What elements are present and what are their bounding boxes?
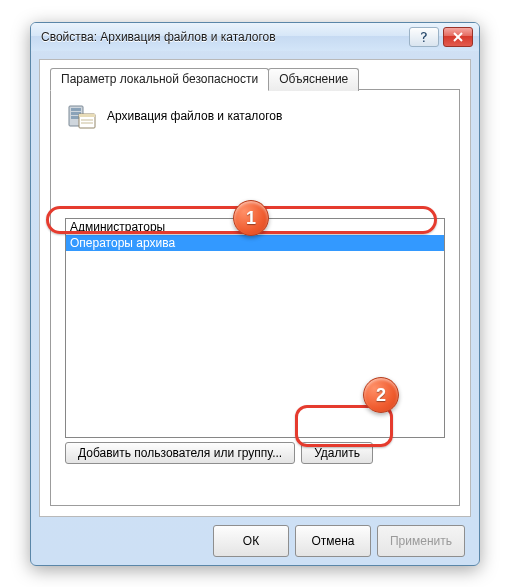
apply-button[interactable]: Применить [377,525,465,557]
help-button[interactable] [409,27,439,47]
dialog-button-row: ОК Отмена Применить [31,525,479,557]
list-buttons-row: Добавить пользователя или группу... Удал… [65,442,445,464]
client-area: Параметр локальной безопасности Объяснен… [39,59,471,517]
policy-name: Архивация файлов и каталогов [107,109,282,123]
cancel-button[interactable]: Отмена [295,525,371,557]
tab-panel-local-security: Архивация файлов и каталогов Администрат… [50,89,460,506]
svg-rect-7 [79,114,95,117]
svg-rect-3 [71,108,81,111]
list-item-label: Операторы архива [70,236,175,250]
tab-explanation[interactable]: Объяснение [268,68,359,91]
policy-header: Архивация файлов и каталогов [51,90,459,132]
close-button[interactable] [443,27,473,47]
help-icon [419,31,429,43]
ok-button[interactable]: ОК [213,525,289,557]
server-policy-icon [65,100,97,132]
list-item[interactable]: Операторы архива [66,235,444,251]
tab-local-security[interactable]: Параметр локальной безопасности [50,68,269,91]
window-title: Свойства: Архивация файлов и каталогов [41,30,405,44]
tabstrip: Параметр локальной безопасности Объяснен… [50,68,358,91]
button-label: ОК [243,534,259,548]
badge-2: 2 [363,377,399,413]
badge-1: 1 [233,200,269,236]
close-icon [452,32,464,42]
button-label: Применить [390,534,452,548]
button-label: Удалить [314,446,360,460]
properties-dialog: Свойства: Архивация файлов и каталогов П… [30,22,480,566]
tab-label: Параметр локальной безопасности [61,72,258,86]
button-label: Добавить пользователя или группу... [78,446,282,460]
titlebar: Свойства: Архивация файлов и каталогов [31,23,479,51]
add-user-group-button[interactable]: Добавить пользователя или группу... [65,442,295,464]
button-label: Отмена [311,534,354,548]
tab-label: Объяснение [279,72,348,86]
